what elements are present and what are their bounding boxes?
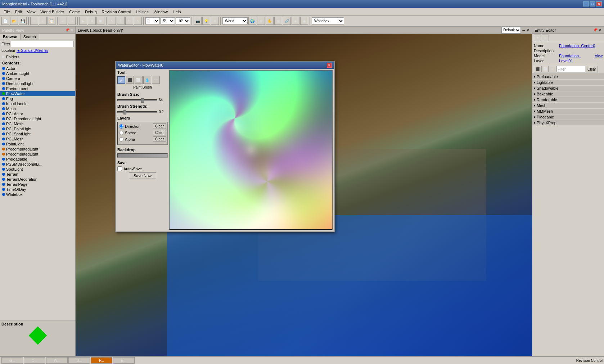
auto-save-checkbox[interactable] (117, 166, 122, 171)
name-value[interactable]: Foundation_Center0 (559, 44, 603, 48)
palette-pin[interactable]: 📌 (65, 28, 69, 32)
section-bakeable-header[interactable]: ▼ Bakeable (532, 91, 604, 96)
brush-strength-slider[interactable] (117, 111, 157, 113)
tb-extra1[interactable]: ◈ (292, 17, 299, 25)
entity-eye-btn[interactable]: 👁 (534, 35, 541, 41)
direction-clear-btn[interactable]: Clear (153, 123, 166, 129)
entity-close[interactable]: ✕ (599, 28, 602, 32)
section-preloadable-header[interactable]: ▼ Preloadable (532, 74, 604, 79)
alpha-clear-btn[interactable]: Clear (153, 136, 166, 142)
world-combo[interactable]: World (222, 17, 248, 24)
close-btn[interactable]: ✕ (596, 1, 602, 6)
entity-clear-btn[interactable]: Clear (586, 66, 598, 72)
flow-canvas[interactable] (170, 71, 332, 229)
fill-tool[interactable]: ⬛ (126, 76, 134, 84)
content-PSSMDir[interactable]: PSSMDirectionalLi... (0, 162, 75, 167)
entity-filter-input[interactable] (556, 66, 585, 72)
tb-stop[interactable]: ⏹ (96, 17, 104, 25)
tb-play[interactable]: ▶ (79, 17, 87, 25)
content-AmbientLight[interactable]: AmbientLight (0, 71, 75, 76)
content-PCLPointLight[interactable]: PCLPointLight (0, 126, 75, 131)
menu-file[interactable]: File (1, 9, 12, 15)
tb-camera[interactable]: 📷 (194, 17, 202, 25)
menu-revision-control[interactable]: Revision Control (100, 9, 133, 15)
content-TimeOfDay[interactable]: TimeOfDay (0, 187, 75, 192)
tb-select[interactable]: ↖ (108, 17, 116, 25)
tb-hand[interactable]: ✋ (266, 17, 274, 25)
view-link[interactable]: View (595, 54, 603, 58)
filter-input[interactable] (11, 41, 74, 47)
content-DirectionalLight[interactable]: DirectionalLight (0, 81, 75, 86)
content-PCLSpotLight[interactable]: PCLSpotLight (0, 131, 75, 136)
toolbar-num-combo[interactable]: 1 (145, 17, 160, 24)
content-PrecomputedLight[interactable]: PrecomputedLight (0, 147, 75, 152)
section-lightable-header[interactable]: ▼ Lightable (532, 80, 604, 85)
maximize-btn[interactable]: □ (590, 1, 595, 6)
content-PCLActor[interactable]: PCLActor (0, 111, 75, 116)
tb-redo[interactable]: ↪ (68, 17, 76, 25)
tb-world-icon[interactable]: 🌍 (248, 17, 256, 25)
palette-close[interactable]: ✕ (70, 28, 73, 32)
tb-extra2[interactable]: ◉ (300, 17, 308, 25)
content-Fog[interactable]: Fog (0, 96, 75, 101)
location-link[interactable]: ◄ StandardMeshes (17, 49, 48, 53)
content-PCLMesh[interactable]: PCLMesh (0, 121, 75, 126)
brush-strength-thumb[interactable] (123, 110, 126, 114)
menu-edit[interactable]: Edit (13, 9, 24, 15)
taskbar-o[interactable]: O... (24, 357, 45, 364)
content-InputHandler[interactable]: InputHandler (0, 101, 75, 106)
eraser-tool[interactable]: ⬜ (135, 76, 143, 84)
tab-search[interactable]: Search (21, 34, 39, 40)
brush-size-thumb[interactable] (141, 98, 144, 103)
content-Preloadable[interactable]: Preloadable (0, 157, 75, 162)
tb-undo[interactable]: ↩ (59, 17, 67, 25)
tb-light[interactable]: 💡 (202, 17, 210, 25)
content-Actor[interactable]: Actor (0, 66, 75, 71)
tb-settings[interactable]: ⚙ (257, 17, 265, 25)
tb-move[interactable]: ✛ (117, 17, 125, 25)
toolbar-deg-combo[interactable]: 5° (161, 17, 175, 24)
content-Mesh[interactable]: Mesh (0, 106, 75, 111)
content-TerrainDecoration[interactable]: TerrainDecoration (0, 177, 75, 182)
content-Camera[interactable]: Camera (0, 76, 75, 81)
toolbar-zoom-combo[interactable]: 10% (176, 17, 190, 24)
layer-speed-radio[interactable] (119, 131, 123, 135)
speed-clear-btn[interactable]: Clear (153, 130, 166, 135)
content-Terrain[interactable]: Terrain (0, 172, 75, 177)
whitebox-combo[interactable]: Whitebox (312, 17, 344, 24)
flow-canvas-area[interactable] (169, 70, 333, 230)
save-now-btn[interactable]: Save Now (129, 172, 156, 179)
content-PCLDirectionalLight[interactable]: PCLDirectionalLight (0, 116, 75, 121)
tb-rotate[interactable]: ↻ (125, 17, 133, 25)
section-mmmesh-header[interactable]: ▼ MMMesh (532, 109, 604, 114)
section-renderable-header[interactable]: ▼ Renderable (532, 97, 604, 102)
taskbar-p[interactable]: P... (91, 357, 112, 364)
menu-game[interactable]: Game (67, 9, 82, 15)
taskbar-e[interactable]: E... (113, 357, 135, 364)
content-Environment[interactable]: Environment (0, 86, 75, 91)
content-PrecomputedLight2[interactable]: PrecomputedLight (0, 152, 75, 157)
viewport-close[interactable]: ✕ (527, 28, 530, 32)
taskbar-d[interactable]: D... (68, 357, 90, 364)
tb-copy[interactable]: ⎘ (39, 17, 47, 25)
folders-item[interactable]: ▶ Folders (1, 54, 74, 59)
entity-tb2[interactable]: ⬜ (541, 66, 549, 72)
tb-new[interactable]: 📄 (1, 17, 9, 25)
minimize-btn[interactable]: ─ (583, 1, 589, 6)
tb-snap[interactable]: 🔗 (283, 17, 291, 25)
section-shadowable-header[interactable]: ▼ Shadowable (532, 86, 604, 91)
content-PCLMesh2[interactable]: PCLMesh (0, 136, 75, 141)
entity-pin[interactable]: 📌 (593, 28, 598, 32)
content-TerrainPager[interactable]: TerrainPager (0, 182, 75, 187)
backdrop-slider[interactable] (117, 153, 168, 158)
section-physxprop-header[interactable]: ▼ PhysXProp (532, 120, 604, 125)
paint-brush-tool[interactable]: 🖌 (117, 76, 125, 84)
content-FlowWater[interactable]: FlowWater (0, 91, 75, 96)
content-Whitebox[interactable]: Whitebox (0, 192, 75, 197)
taskbar-w[interactable]: W... (46, 357, 68, 364)
tb-paste[interactable]: 📋 (48, 17, 55, 25)
menu-utilities[interactable]: Utilities (134, 9, 150, 15)
tb-save[interactable]: 💾 (19, 17, 27, 25)
taskbar-g[interactable]: G... (1, 357, 23, 364)
entity-tb1[interactable]: ⬛ (534, 66, 541, 72)
